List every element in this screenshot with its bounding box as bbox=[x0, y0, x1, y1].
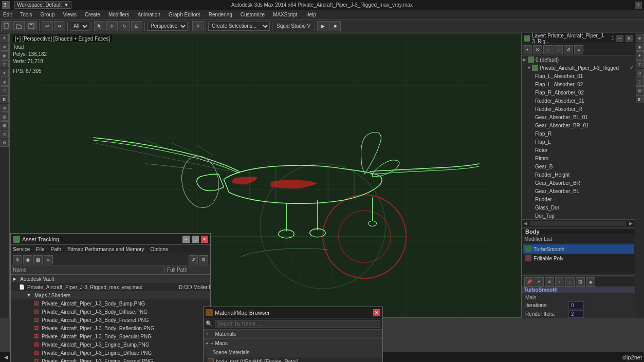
sidebar-icon-13[interactable]: ⚙ bbox=[1, 139, 9, 147]
layer-gear-abs-br01[interactable]: Gear_Absorber_BR_01 bbox=[522, 121, 635, 129]
play-btn[interactable]: ▶ bbox=[317, 21, 328, 31]
layer-flap-l[interactable]: Flap_L bbox=[522, 138, 635, 146]
sidebar-icon-12[interactable]: ◷ bbox=[1, 130, 9, 138]
menu-create[interactable]: Create bbox=[84, 12, 101, 17]
asset-maximize-btn[interactable]: □ bbox=[192, 236, 199, 243]
modifier-editable-poly[interactable]: Editable Poly bbox=[523, 254, 634, 263]
sidebar-icon-4[interactable]: ◫ bbox=[1, 60, 9, 68]
mod-instance-btn[interactable]: ⊞ bbox=[576, 277, 585, 287]
mod-add-btn[interactable]: + bbox=[535, 277, 544, 287]
maps-section-header[interactable]: + + Maps bbox=[204, 339, 382, 348]
layer-item-aircraft[interactable]: ▼ Private_Aircraft_Piper_J-3_Rigged ✓ bbox=[522, 64, 635, 72]
asset-menu-service[interactable]: Service bbox=[13, 246, 30, 252]
mod-unique-btn[interactable]: ◈ bbox=[586, 277, 595, 287]
menu-views[interactable]: Views bbox=[62, 12, 78, 17]
sidebar-icon-8[interactable]: ◧ bbox=[1, 95, 9, 103]
sidebar-icon-10[interactable]: ▤ bbox=[1, 112, 9, 121]
layer-gear-abs-bl[interactable]: Gear_Absorber_BL bbox=[522, 187, 635, 195]
help-button[interactable]: ? bbox=[635, 2, 642, 9]
move-btn[interactable]: ✛ bbox=[106, 21, 118, 31]
layer-glass-dor[interactable]: Glass_Dor bbox=[522, 203, 635, 212]
menu-modifiers[interactable]: Modifiers bbox=[107, 12, 131, 17]
asset-menu-path[interactable]: Path bbox=[50, 246, 61, 252]
layer-flap-r-abs-02[interactable]: Flap_R_Absorber_02 bbox=[522, 88, 635, 97]
asset-col-name-header[interactable]: Name bbox=[11, 267, 165, 273]
right-icon-1[interactable]: ⊕ bbox=[636, 34, 644, 42]
layer-gear-abs-br[interactable]: Gear_Absorber_BR bbox=[522, 179, 635, 187]
asset-tb-2[interactable]: ◉ bbox=[23, 255, 32, 264]
modifier-turbosmooth[interactable]: TurboSmooth bbox=[523, 244, 634, 254]
align-btn[interactable]: ⌗ bbox=[192, 21, 204, 31]
layer-gear-abs-bl01[interactable]: Gear_Absorber_BL_01 bbox=[522, 113, 635, 121]
view-selector[interactable]: Perspective bbox=[147, 22, 188, 31]
layer-flap-l-abs-01[interactable]: Flap_L_Absorber_01 bbox=[522, 72, 635, 80]
right-icon-3[interactable]: ✦ bbox=[636, 51, 644, 60]
layers-refresh-btn[interactable]: ↺ bbox=[564, 45, 573, 54]
rotate-btn[interactable]: ↻ bbox=[119, 21, 130, 31]
asset-body-reflection[interactable]: 🖼 Private_Aircraft_Piper_J-3_Body_Reflec… bbox=[11, 324, 210, 332]
menu-graph-editors[interactable]: Graph Editors bbox=[168, 12, 201, 17]
sidebar-icon-11[interactable]: ▦ bbox=[1, 121, 9, 129]
asset-body-bump[interactable]: 🖼 Private_Aircraft_Piper_J-3_Body_Bump.P… bbox=[11, 299, 210, 308]
scene-materials-header[interactable]: - - Scene Materials bbox=[204, 348, 382, 357]
asset-engine-bump[interactable]: 🖼 Private_Aircraft_Piper_J-3_Engine_Bump… bbox=[11, 340, 210, 349]
layer-item-default[interactable]: ▶ 0 (default) bbox=[522, 55, 635, 64]
asset-body-fresnel[interactable]: 🖼 Private_Aircraft_Piper_J-3_Body_Fresne… bbox=[11, 316, 210, 324]
stop-btn[interactable]: ■ bbox=[329, 21, 341, 31]
save-btn[interactable] bbox=[26, 21, 37, 31]
open-btn[interactable] bbox=[13, 21, 25, 31]
layer-rimm[interactable]: Rimm bbox=[522, 154, 635, 162]
layers-scroll-right[interactable]: ▶ bbox=[627, 220, 635, 227]
material-close-btn[interactable]: ✕ bbox=[373, 309, 380, 316]
sidebar-icon-3[interactable]: ◉ bbox=[1, 51, 9, 60]
menu-edit[interactable]: Edit bbox=[2, 12, 13, 17]
menu-animation[interactable]: Animation bbox=[136, 12, 161, 17]
materials-section-header[interactable]: + + Materials bbox=[204, 330, 382, 339]
menu-customize[interactable]: Customize bbox=[240, 12, 266, 17]
mod-pin-btn[interactable]: 📌 bbox=[524, 277, 533, 287]
asset-tb-refresh[interactable]: ↺ bbox=[189, 255, 198, 264]
right-icon-8[interactable]: ◧ bbox=[636, 95, 644, 103]
layer-dor-top[interactable]: Dor_Top bbox=[522, 212, 635, 219]
layers-delete-btn[interactable]: ✕ bbox=[533, 45, 542, 54]
asset-close-btn[interactable]: ✕ bbox=[201, 236, 208, 243]
mod-up-btn[interactable]: ↑ bbox=[555, 277, 564, 287]
menu-help[interactable]: Help bbox=[304, 12, 317, 17]
layer-vis-checkbox-aircraft[interactable] bbox=[532, 65, 538, 71]
right-icon-6[interactable]: ⬡ bbox=[636, 78, 644, 86]
right-icon-7[interactable]: ▤ bbox=[636, 86, 644, 94]
layer-flap-l-abs-02[interactable]: Flap_L_Absorber_02 bbox=[522, 80, 635, 88]
asset-body-diffuse[interactable]: 🖼 Private_Aircraft_Piper_J-3_Body_Diffus… bbox=[11, 308, 210, 316]
mod-delete-btn[interactable]: ✕ bbox=[545, 277, 554, 287]
iterations-value[interactable]: 0 bbox=[568, 301, 584, 309]
asset-vault-group[interactable]: ▶ Autodesk Vault bbox=[11, 275, 210, 283]
asset-engine-fresnel[interactable]: 🖼 Private_Aircraft_Piper_J-3_Engine_Fres… bbox=[11, 357, 210, 362]
layer-flap-r[interactable]: Flap_R bbox=[522, 129, 635, 138]
asset-body-specular[interactable]: 🖼 Private_Aircraft_Piper_J-3_Body_Specul… bbox=[11, 332, 210, 340]
asset-tb-1[interactable]: ⊕ bbox=[13, 255, 22, 264]
asset-col-path-header[interactable]: Full Path bbox=[165, 267, 210, 273]
layers-new-btn[interactable]: + bbox=[523, 45, 532, 54]
asset-menu-bitmap[interactable]: Bitmap Performance and Memory bbox=[67, 246, 144, 252]
select-btn[interactable] bbox=[94, 21, 105, 31]
layer-rotor[interactable]: Rotor bbox=[522, 146, 635, 154]
right-icon-4[interactable]: ◫ bbox=[636, 60, 644, 68]
selection-filter[interactable]: All bbox=[70, 22, 89, 31]
layers-close[interactable]: ✕ bbox=[625, 35, 633, 42]
asset-max-file[interactable]: 📄 Private_Aircraft_Piper_J-3_Rigged_max_… bbox=[11, 283, 210, 291]
asset-menu-options[interactable]: Options bbox=[151, 246, 168, 252]
asset-tb-3[interactable]: ▦ bbox=[33, 255, 43, 264]
layer-rudder-abs-r[interactable]: Rudder_Absorber_R bbox=[522, 105, 635, 113]
sidebar-icon-7[interactable]: ⬡ bbox=[1, 86, 9, 94]
layer-rudder-height[interactable]: Rudder_Height bbox=[522, 170, 635, 179]
layer-rudder-abs-01[interactable]: Rudder_Absorber_01 bbox=[522, 97, 635, 105]
scale-btn[interactable]: ⊡ bbox=[131, 21, 142, 31]
bottom-nav-left[interactable]: ◀ bbox=[2, 354, 10, 360]
mat-body[interactable]: body_mat (VRayMtl) [Engine, Rotor] bbox=[204, 357, 382, 362]
asset-tb-4[interactable]: ≡ bbox=[44, 255, 53, 264]
layers-movedown-btn[interactable]: ↓ bbox=[554, 45, 563, 54]
sidebar-icon-9[interactable]: ⊞ bbox=[1, 104, 9, 112]
layers-minimize[interactable]: ─ bbox=[616, 35, 623, 42]
layer-vis-checkbox[interactable] bbox=[528, 56, 534, 63]
layers-scrollbar-track[interactable] bbox=[530, 221, 626, 226]
